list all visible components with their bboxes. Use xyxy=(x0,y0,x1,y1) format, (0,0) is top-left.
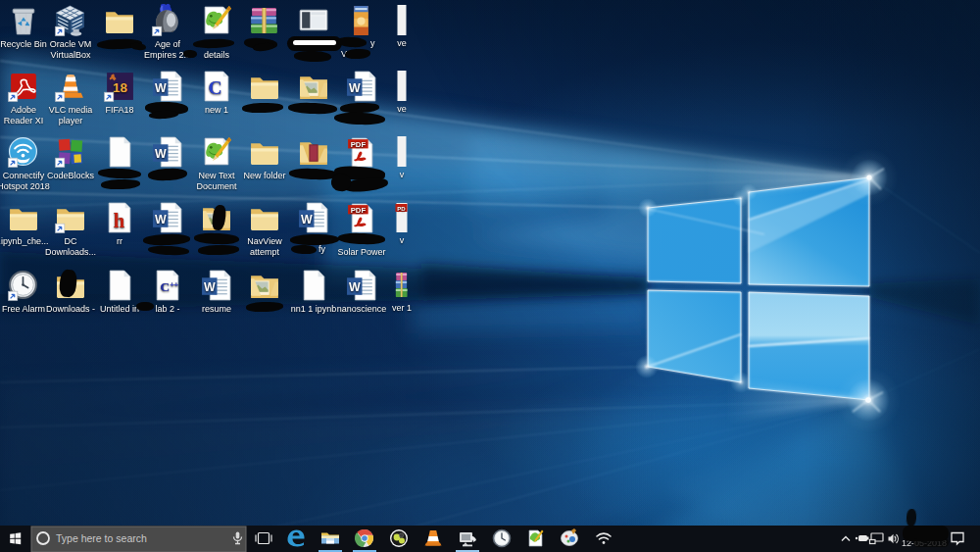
svg-text:Type here to search: Type here to search xyxy=(56,532,147,544)
svg-text:PD: PD xyxy=(397,206,406,212)
